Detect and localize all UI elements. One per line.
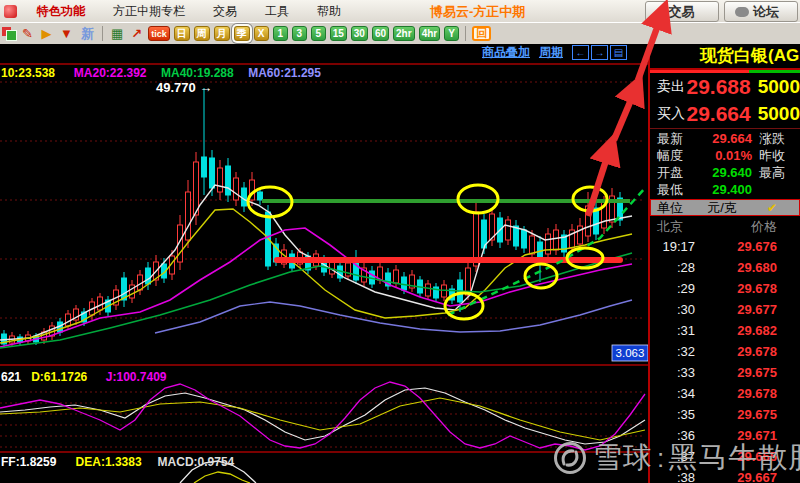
chart-links-row: 商品叠加 周期 ←→▤: [482, 45, 646, 60]
60min-button[interactable]: 60: [372, 26, 389, 41]
stat-row: 幅度 0.01% 昨收: [650, 147, 800, 164]
svg-text:10:23.538: 10:23.538: [1, 66, 55, 80]
tick-row: :30 29.677: [650, 299, 800, 320]
x-period-button[interactable]: X: [254, 26, 269, 41]
toolbar-separator: [465, 26, 466, 41]
1min-button[interactable]: 1: [273, 26, 288, 41]
menu-item-0[interactable]: 特色功能: [23, 4, 99, 18]
toolbar-separator: [102, 26, 103, 41]
tick-period-button[interactable]: tick: [148, 26, 170, 41]
toolbar: ✎▶▼新▦↗tick日周月季X1351530602hr4hrY回: [0, 22, 800, 44]
title-bar: 特色功能方正中期专栏交易工具帮助 博易云-方正中期 ⚡ 交易 论坛: [0, 0, 800, 22]
4hr-button[interactable]: 4hr: [419, 26, 441, 41]
svg-text:49.770 →: 49.770 →: [156, 80, 212, 95]
5min-button[interactable]: 5: [311, 26, 326, 41]
sell-price: 29.688: [685, 75, 750, 99]
watermark-brand: 雪球: [593, 438, 653, 478]
draw-icon[interactable]: ✎: [20, 26, 35, 41]
tick-row: :31 29.682: [650, 320, 800, 341]
instrument-title: 现货白银(AG: [650, 44, 800, 68]
sell-row[interactable]: 卖出 29.688 5000: [650, 73, 800, 100]
15min-button[interactable]: 15: [330, 26, 347, 41]
trend-icon[interactable]: ↗: [129, 26, 144, 41]
tick-row: :33 29.675: [650, 362, 800, 383]
menu-bar: 特色功能方正中期专栏交易工具帮助: [23, 3, 355, 20]
svg-text:FF:1.8259: FF:1.8259: [1, 455, 57, 469]
day-period-button[interactable]: 日: [174, 26, 190, 41]
app-icon: [4, 5, 17, 18]
buy-sell-gauge: [650, 70, 800, 73]
quote-panel: 现货白银(AG 卖出 29.688 5000 买入 29.664 5000 最新…: [648, 44, 800, 483]
menu-item-4[interactable]: 帮助: [303, 4, 355, 18]
unit-value: 元/克: [699, 199, 745, 217]
filter-icon[interactable]: ▼: [58, 26, 75, 41]
menu-item-3[interactable]: 工具: [251, 4, 303, 18]
tick-row: :32 29.678: [650, 341, 800, 362]
replay-button[interactable]: 回: [472, 26, 491, 41]
tick-row: :29 29.678: [650, 278, 800, 299]
week-period-button[interactable]: 周: [194, 26, 210, 41]
svg-text:MA20:22.392: MA20:22.392: [74, 66, 147, 80]
overlay-commodity-link[interactable]: 商品叠加: [482, 44, 530, 61]
2hr-button[interactable]: 2hr: [393, 26, 415, 41]
buy-price: 29.664: [685, 102, 750, 126]
svg-text:D:61.1726: D:61.1726: [31, 370, 87, 384]
year-button[interactable]: Y: [444, 26, 459, 41]
watermark: 雪球 : 黑马牛散股: [552, 438, 800, 478]
tick-list-header: 北京 价格: [650, 217, 800, 236]
tick-row: :34 29.678: [650, 383, 800, 404]
stat-row: 最新 29.664 涨跌: [650, 130, 800, 147]
tick-row: :35 29.675: [650, 404, 800, 425]
unit-row[interactable]: 单位 元/克 ✔: [650, 199, 800, 216]
tick-row: :28 29.680: [650, 257, 800, 278]
chart-nav-icon-1[interactable]: →: [591, 45, 608, 60]
month-period-button[interactable]: 月: [214, 26, 230, 41]
menu-item-1[interactable]: 方正中期专栏: [99, 4, 199, 18]
forum-button[interactable]: 论坛: [724, 1, 798, 22]
period-link[interactable]: 周期: [539, 44, 563, 61]
tick-row: 19:17 29.676: [650, 236, 800, 257]
lightning-icon: ⚡: [656, 5, 664, 19]
svg-text:MA40:19.288: MA40:19.288: [161, 66, 234, 80]
speech-bubble-icon: [735, 7, 749, 17]
watermark-name: 黑马牛散股: [668, 438, 800, 478]
stat-row: 开盘 29.640 最高: [650, 164, 800, 181]
buy-row[interactable]: 买入 29.664 5000: [650, 100, 800, 127]
svg-text:621: 621: [1, 370, 21, 384]
candlestick-chart[interactable]: 10:23.538MA20:22.392MA40:19.288MA60:21.2…: [0, 44, 648, 483]
svg-text:MACD:0.9754: MACD:0.9754: [158, 455, 235, 469]
chart-nav-icon-0[interactable]: ←: [572, 45, 589, 60]
window-title: 博易云-方正中期: [430, 3, 525, 21]
30min-button[interactable]: 30: [351, 26, 368, 41]
svg-text:J:100.7409: J:100.7409: [106, 370, 167, 384]
3min-button[interactable]: 3: [292, 26, 307, 41]
blocks-icon[interactable]: [2, 27, 16, 40]
svg-text:MA60:21.295: MA60:21.295: [248, 66, 321, 80]
table-icon[interactable]: ▦: [109, 26, 125, 41]
snowball-logo-icon: [552, 440, 588, 476]
svg-text:DEA:1.3383: DEA:1.3383: [76, 455, 142, 469]
trade-button[interactable]: ⚡ 交易: [645, 1, 719, 22]
buy-qty: 5000: [758, 103, 800, 125]
stat-row: 最低 29.400: [650, 181, 800, 198]
horn-icon[interactable]: ▶: [39, 26, 54, 41]
season-period-button[interactable]: 季: [234, 26, 250, 41]
sell-qty: 5000: [758, 76, 800, 98]
chart-nav-icon-2[interactable]: ▤: [610, 45, 627, 60]
menu-item-2[interactable]: 交易: [199, 4, 251, 18]
new-icon[interactable]: 新: [79, 26, 96, 41]
svg-text:3.063: 3.063: [616, 347, 645, 359]
check-icon: ✔: [767, 201, 777, 215]
